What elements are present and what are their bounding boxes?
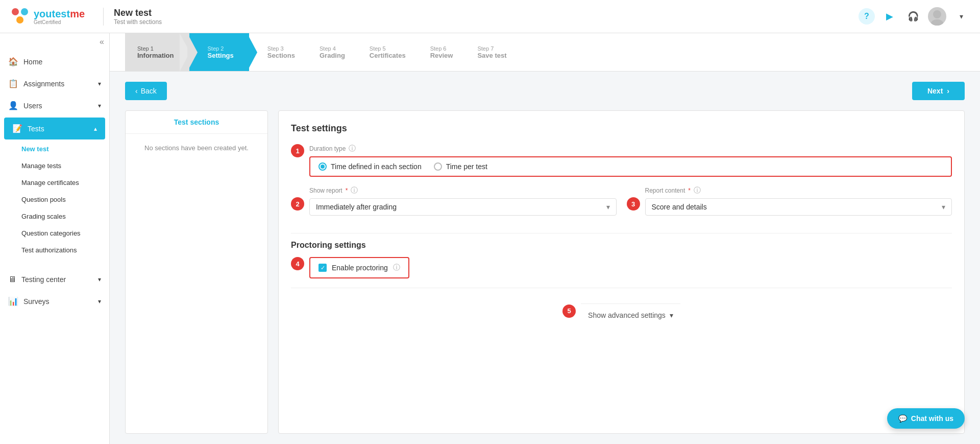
duration-info-icon[interactable]: ⓘ bbox=[349, 144, 356, 153]
tests-icon: 📝 bbox=[12, 124, 22, 133]
action-bar: ‹ Back Next › bbox=[125, 82, 965, 100]
radio-section-label: Time defined in each section bbox=[331, 162, 422, 171]
sidebar: « 🏠 Home 📋 Assignments ▾ 👤 Users ▾ 📝 Tes… bbox=[0, 33, 110, 444]
sidebar-sub-manage-tests[interactable]: Manage tests bbox=[0, 157, 109, 174]
wizard-step-2[interactable]: Step 2 Settings bbox=[189, 33, 249, 71]
sidebar-sub-question-categories[interactable]: Question categories bbox=[0, 225, 109, 242]
back-button[interactable]: ‹ Back bbox=[125, 82, 167, 100]
step1-arrow-icon bbox=[187, 33, 198, 72]
proctoring-info-icon[interactable]: ⓘ bbox=[393, 263, 400, 272]
wizard-step-6[interactable]: Step 6 Review bbox=[418, 33, 465, 71]
report-content-select[interactable]: Score and details ▾ bbox=[645, 198, 952, 216]
user-menu-chevron[interactable]: ▾ bbox=[952, 8, 970, 25]
users-arrow: ▾ bbox=[98, 102, 101, 109]
chat-icon: 💬 bbox=[898, 414, 907, 423]
show-report-label: Show report * ⓘ bbox=[309, 186, 617, 195]
badge-2: 2 bbox=[291, 197, 304, 211]
page-header: New test Test with sections bbox=[103, 8, 162, 26]
report-content-required: * bbox=[688, 187, 691, 194]
step5-label: Certificates bbox=[370, 52, 406, 59]
next-button[interactable]: Next › bbox=[912, 82, 965, 100]
collapse-btn[interactable]: « bbox=[0, 33, 109, 51]
report-content-group: Report content * ⓘ Score and details ▾ bbox=[645, 186, 952, 216]
sidebar-sub-new-test[interactable]: New test bbox=[0, 141, 109, 157]
brand-name: youtestme bbox=[34, 8, 85, 19]
step1-label: Information bbox=[137, 52, 174, 59]
step5-num: Step 5 bbox=[370, 45, 406, 52]
sidebar-item-surveys[interactable]: 📊 Surveys ▾ bbox=[0, 290, 109, 312]
advanced-settings-label: Show advanced settings bbox=[588, 311, 666, 319]
radio-section[interactable]: Time defined in each section bbox=[318, 162, 422, 171]
svg-point-3 bbox=[933, 10, 941, 18]
sidebar-sub-question-pools[interactable]: Question pools bbox=[0, 191, 109, 208]
sidebar-sub-manage-certificates[interactable]: Manage certificates bbox=[0, 174, 109, 191]
enable-proctoring-checkbox[interactable]: ✓ Enable proctoring ⓘ bbox=[309, 257, 409, 278]
sidebar-item-tests[interactable]: 📝 Tests ▴ bbox=[4, 118, 105, 139]
wizard-step-1[interactable]: Step 1 Information bbox=[125, 33, 189, 71]
sidebar-sub-grading-scales[interactable]: Grading scales bbox=[0, 208, 109, 225]
radio-section-circle bbox=[318, 162, 327, 171]
svg-point-2 bbox=[16, 16, 23, 24]
sidebar-item-testing-center[interactable]: 🖥 Testing center ▾ bbox=[0, 269, 109, 290]
report-row: 2 Show report * ⓘ Immediately after grad… bbox=[291, 186, 952, 226]
report-content-caret: ▾ bbox=[942, 203, 945, 211]
show-report-required: * bbox=[346, 187, 348, 194]
sidebar-label-testing-center: Testing center bbox=[21, 275, 66, 284]
wizard-step-5[interactable]: Step 5 Certificates bbox=[357, 33, 418, 71]
home-icon: 🏠 bbox=[8, 57, 18, 66]
step4-num: Step 4 bbox=[320, 45, 345, 52]
sections-panel-title: Test sections bbox=[126, 111, 267, 134]
step7-num: Step 7 bbox=[477, 45, 506, 52]
show-advanced-settings-button[interactable]: Show advanced settings ▾ bbox=[581, 303, 680, 326]
badge-1: 1 bbox=[291, 144, 304, 157]
sidebar-item-home[interactable]: 🏠 Home bbox=[0, 51, 109, 73]
sidebar-label-tests: Tests bbox=[28, 125, 44, 133]
svg-marker-5 bbox=[187, 33, 198, 72]
proctoring-title: Proctoring settings bbox=[291, 241, 952, 250]
sections-panel-body: No sections have been created yet. bbox=[126, 134, 267, 162]
sidebar-label-surveys: Surveys bbox=[23, 297, 50, 306]
wizard-step-4[interactable]: Step 4 Grading bbox=[307, 33, 357, 71]
step4-label: Grading bbox=[320, 52, 345, 59]
svg-point-4 bbox=[931, 19, 943, 26]
back-label: Back bbox=[141, 87, 157, 95]
wizard-step-7[interactable]: Step 7 Save test bbox=[465, 33, 519, 71]
avatar[interactable] bbox=[928, 7, 946, 26]
svg-point-0 bbox=[12, 8, 19, 15]
report-content-info-icon[interactable]: ⓘ bbox=[694, 186, 701, 195]
enable-proctoring-label: Enable proctoring bbox=[332, 264, 388, 272]
topbar-right: ? ▶ 🎧 ▾ bbox=[859, 7, 970, 26]
sidebar-item-users[interactable]: 👤 Users ▾ bbox=[0, 95, 109, 116]
step3-label: Sections bbox=[267, 52, 295, 59]
sidebar-sub-test-authorizations[interactable]: Test authorizations bbox=[0, 242, 109, 259]
layout: « 🏠 Home 📋 Assignments ▾ 👤 Users ▾ 📝 Tes… bbox=[0, 33, 980, 444]
wizard-step-3[interactable]: Step 3 Sections bbox=[249, 33, 307, 71]
radio-test-label: Time per test bbox=[446, 162, 487, 171]
sidebar-item-assignments[interactable]: 📋 Assignments ▾ bbox=[0, 73, 109, 95]
chat-widget[interactable]: 💬 Chat with us bbox=[887, 408, 965, 429]
next-arrow-icon: › bbox=[947, 87, 949, 95]
badge-3: 3 bbox=[627, 197, 640, 211]
surveys-arrow: ▾ bbox=[98, 298, 101, 305]
step1-num: Step 1 bbox=[137, 45, 174, 52]
play-button[interactable]: ▶ bbox=[881, 8, 898, 25]
sidebar-label-home: Home bbox=[23, 58, 42, 66]
topbar-left: youtestme GetCertified New test Test wit… bbox=[10, 7, 162, 26]
chat-label: Chat with us bbox=[911, 414, 953, 423]
testing-center-icon: 🖥 bbox=[8, 275, 16, 284]
headset-button[interactable]: 🎧 bbox=[904, 8, 922, 25]
topbar: youtestme GetCertified New test Test wit… bbox=[0, 0, 980, 33]
help-button[interactable]: ? bbox=[859, 8, 875, 25]
collapse-icon[interactable]: « bbox=[100, 37, 104, 46]
show-report-select[interactable]: Immediately after grading ▾ bbox=[309, 198, 617, 216]
sidebar-label-users: Users bbox=[23, 102, 42, 110]
checkbox-checked-icon: ✓ bbox=[318, 264, 327, 272]
radio-test[interactable]: Time per test bbox=[434, 162, 487, 171]
sections-panel: Test sections No sections have been crea… bbox=[125, 110, 268, 434]
next-label: Next bbox=[927, 87, 943, 95]
step2-arrow-icon bbox=[247, 33, 257, 72]
settings-title: Test settings bbox=[291, 123, 952, 134]
surveys-icon: 📊 bbox=[8, 296, 18, 306]
svg-point-1 bbox=[21, 8, 28, 15]
show-report-info-icon[interactable]: ⓘ bbox=[351, 186, 358, 195]
